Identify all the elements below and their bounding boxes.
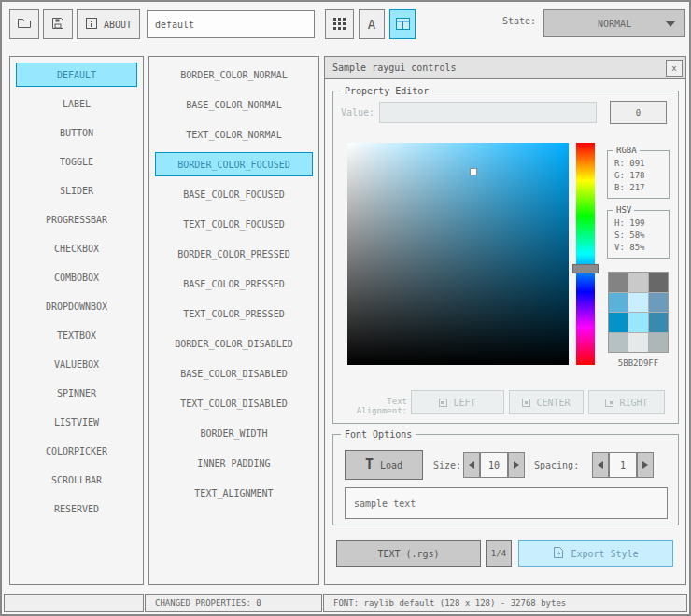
property-item-base-color-pressed[interactable]: BASE_COLOR_PRESSED bbox=[155, 272, 313, 296]
property-item-text-alignment[interactable]: TEXT_ALIGNMENT bbox=[155, 481, 313, 505]
palette-swatch[interactable] bbox=[649, 273, 668, 292]
property-item-border-color-disabled[interactable]: BORDER_COLOR_DISABLED bbox=[155, 331, 313, 356]
about-button-label: ABOUT bbox=[104, 20, 132, 30]
property-item-border-color-focused[interactable]: BORDER_COLOR_FOCUSED bbox=[155, 152, 313, 176]
size-label: Size: bbox=[433, 460, 461, 470]
property-item-base-color-focused[interactable]: BASE_COLOR_FOCUSED bbox=[155, 182, 313, 206]
export-format-button[interactable]: TEXT (.rgs) bbox=[336, 540, 481, 567]
value-textbox[interactable] bbox=[379, 102, 597, 123]
value-label: Value: bbox=[341, 107, 374, 118]
controls-list: DEFAULT LABEL BUTTON TOGGLE SLIDER PROGR… bbox=[9, 56, 144, 585]
state-label: State: bbox=[469, 16, 536, 26]
property-item-base-color-disabled[interactable]: BASE_COLOR_DISABLED bbox=[155, 361, 313, 385]
arrow-right-icon bbox=[514, 461, 519, 469]
palette-swatch[interactable] bbox=[649, 293, 668, 313]
size-increase-button[interactable] bbox=[508, 452, 525, 478]
control-item-toggle[interactable]: TOGGLE bbox=[16, 149, 137, 174]
property-item-border-color-pressed[interactable]: BORDER_COLOR_PRESSED bbox=[155, 242, 313, 266]
palette-swatch[interactable] bbox=[609, 273, 628, 292]
palette-swatch[interactable] bbox=[649, 313, 668, 332]
state-dropdown-value: NORMAL bbox=[598, 19, 631, 29]
color-saturation-value-panel[interactable] bbox=[347, 143, 569, 365]
property-item-text-color-normal[interactable]: TEXT_COLOR_NORMAL bbox=[155, 122, 313, 147]
hue-slider-handle[interactable] bbox=[572, 264, 599, 273]
property-item-inner-padding[interactable]: INNER_PADDING bbox=[155, 451, 313, 475]
chevron-down-icon bbox=[666, 21, 675, 27]
open-style-button[interactable] bbox=[9, 9, 39, 39]
align-center-button[interactable]: CENTER bbox=[509, 390, 584, 414]
rgba-title: RGBA bbox=[613, 144, 640, 158]
property-item-text-color-disabled[interactable]: TEXT_COLOR_DISABLED bbox=[155, 391, 313, 415]
style-name-input[interactable] bbox=[147, 10, 315, 38]
property-item-text-color-pressed[interactable]: TEXT_COLOR_PRESSED bbox=[155, 301, 313, 326]
value-apply-button[interactable]: 0 bbox=[610, 101, 667, 124]
arrow-right-icon bbox=[642, 461, 648, 469]
control-item-checkbox[interactable]: CHECKBOX bbox=[16, 236, 137, 260]
property-editor-group: Property Editor Value: 0 RGBA R: 091 G: … bbox=[332, 91, 679, 424]
control-item-listview[interactable]: LISTVIEW bbox=[16, 410, 137, 434]
palette-swatch[interactable] bbox=[609, 293, 628, 313]
control-item-default[interactable]: DEFAULT bbox=[16, 63, 137, 87]
palette-swatch[interactable] bbox=[628, 313, 647, 332]
align-right-icon bbox=[605, 399, 613, 407]
palette-swatch[interactable] bbox=[628, 333, 647, 353]
control-item-textbox[interactable]: TEXTBOX bbox=[16, 323, 137, 347]
grid-icon bbox=[333, 18, 346, 32]
controls-view-button[interactable] bbox=[389, 9, 416, 39]
control-item-progressbar[interactable]: PROGRESSBAR bbox=[16, 207, 137, 231]
sample-text-input[interactable] bbox=[345, 487, 668, 519]
property-item-border-width[interactable]: BORDER_WIDTH bbox=[155, 421, 313, 445]
state-dropdown[interactable]: NORMAL bbox=[543, 9, 685, 37]
control-item-slider[interactable]: SLIDER bbox=[16, 178, 137, 203]
property-item-border-color-normal[interactable]: BORDER_COLOR_NORMAL bbox=[155, 63, 313, 87]
control-item-button[interactable]: BUTTON bbox=[16, 120, 137, 145]
align-left-button[interactable]: LEFT bbox=[411, 390, 504, 414]
about-button[interactable]: ABOUT bbox=[77, 9, 140, 39]
info-icon bbox=[85, 17, 98, 32]
size-decrease-button[interactable] bbox=[463, 452, 480, 478]
rgba-g-value: G: 178 bbox=[614, 170, 669, 182]
palette-swatch[interactable] bbox=[649, 333, 668, 353]
control-item-scrollbar[interactable]: SCROLLBAR bbox=[16, 468, 137, 492]
control-item-combobox[interactable]: COMBOBOX bbox=[16, 265, 137, 289]
status-empty bbox=[4, 594, 144, 612]
control-item-spinner[interactable]: SPINNER bbox=[16, 381, 137, 405]
font-view-button[interactable]: A bbox=[359, 9, 385, 39]
control-item-dropdownbox[interactable]: DROPDOWNBOX bbox=[16, 294, 137, 318]
spacing-decrease-button[interactable] bbox=[592, 452, 609, 478]
load-font-button[interactable]: T Load bbox=[345, 450, 423, 480]
control-item-valuebox[interactable]: VALUEBOX bbox=[16, 352, 137, 376]
palette-swatch[interactable] bbox=[609, 333, 628, 353]
font-t-icon: T bbox=[365, 456, 374, 473]
palette-swatch[interactable] bbox=[609, 313, 628, 332]
color-picker-cursor[interactable] bbox=[470, 168, 477, 175]
hue-bar[interactable] bbox=[576, 143, 595, 365]
property-item-base-color-normal[interactable]: BASE_COLOR_NORMAL bbox=[155, 92, 313, 117]
align-right-button[interactable]: RIGHT bbox=[588, 390, 665, 414]
save-style-button[interactable] bbox=[43, 9, 73, 39]
spacing-increase-button[interactable] bbox=[637, 452, 654, 478]
hsv-s-value: S: 58% bbox=[614, 230, 669, 242]
property-item-text-color-focused[interactable]: TEXT_COLOR_FOCUSED bbox=[155, 212, 313, 236]
palette-swatch[interactable] bbox=[628, 293, 647, 313]
export-file-icon bbox=[553, 546, 564, 561]
export-style-button[interactable]: Export Style bbox=[518, 540, 673, 567]
align-left-label: LEFT bbox=[453, 398, 475, 408]
value-apply-label: 0 bbox=[636, 108, 641, 118]
close-button[interactable]: x bbox=[666, 60, 683, 77]
status-bar: CHANGED PROPERTIES: 0 FONT: raylib defau… bbox=[4, 594, 687, 612]
spacing-value[interactable]: 1 bbox=[609, 452, 637, 478]
grid-view-button[interactable] bbox=[325, 9, 354, 39]
control-item-colorpicker[interactable]: COLORPICKER bbox=[16, 439, 137, 463]
property-editor-title: Property Editor bbox=[341, 84, 432, 98]
sample-window-titlebar[interactable]: Sample raygui controls bbox=[325, 57, 685, 79]
palette-swatch[interactable] bbox=[628, 273, 647, 292]
control-item-label[interactable]: LABEL bbox=[16, 91, 137, 116]
font-options-title: Font Options bbox=[341, 427, 416, 441]
folder-open-icon bbox=[17, 16, 32, 33]
control-item-reserved[interactable]: RESERVED bbox=[16, 497, 137, 521]
align-center-icon bbox=[522, 399, 530, 407]
size-value[interactable]: 10 bbox=[480, 452, 508, 478]
arrow-left-icon bbox=[469, 461, 474, 469]
page-toggle-button[interactable]: 1/4 bbox=[486, 540, 512, 567]
